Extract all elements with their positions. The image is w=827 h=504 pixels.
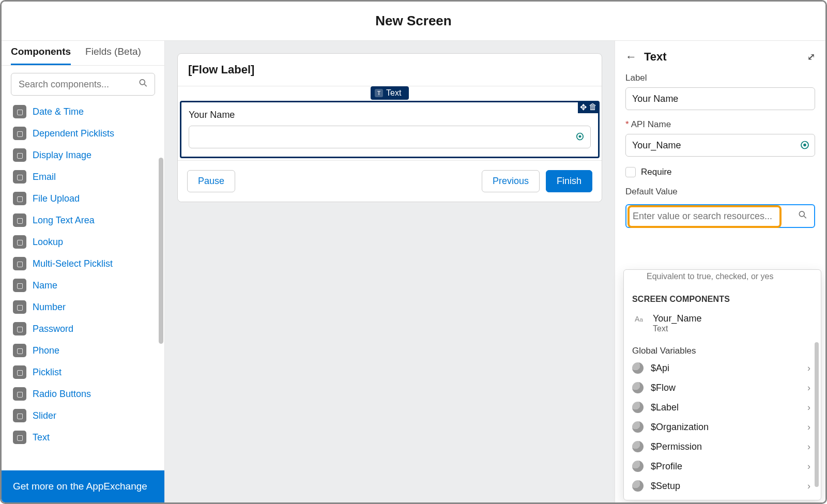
expand-icon[interactable]: ⤢ xyxy=(807,51,815,63)
label-input[interactable]: Your Name xyxy=(625,87,815,110)
selected-component[interactable]: ✥ 🗑 Your Name ⦿ xyxy=(180,101,600,158)
component-icon: ▢ xyxy=(13,344,26,357)
component-item-display-image[interactable]: ▢Display Image xyxy=(11,144,159,166)
component-icon: ▢ xyxy=(13,322,26,335)
dropdown-item-label: $Flow xyxy=(651,383,676,393)
api-name-label: *API Name xyxy=(625,119,815,130)
chevron-right-icon: › xyxy=(807,500,810,501)
dropdown-item-screencomp[interactable]: AaYour_NameText xyxy=(624,309,815,341)
dropdown-item-global[interactable]: $Organization› xyxy=(624,417,815,437)
chevron-right-icon: › xyxy=(807,441,810,452)
pause-button[interactable]: Pause xyxy=(187,170,235,192)
require-checkbox[interactable] xyxy=(625,167,636,177)
component-text-input[interactable]: ⦿ xyxy=(189,126,591,148)
previous-button[interactable]: Previous xyxy=(482,170,540,192)
dropdown-scrollbar[interactable] xyxy=(815,342,819,487)
component-item-name[interactable]: ▢Name xyxy=(11,274,159,296)
component-item-label: Multi-Select Picklist xyxy=(33,258,113,269)
component-icon: ▢ xyxy=(13,105,26,118)
component-icon: ▢ xyxy=(13,127,26,140)
finish-button[interactable]: Finish xyxy=(546,170,592,192)
left-scrollbar[interactable] xyxy=(159,158,163,344)
dropdown-item-global[interactable]: $Permission› xyxy=(624,437,815,456)
default-value-combobox[interactable]: Enter value or search resources... xyxy=(625,204,815,228)
dropdown-item-label: $Permission xyxy=(651,441,702,452)
dropdown-item-global[interactable]: $Setup› xyxy=(624,476,815,496)
globe-icon xyxy=(632,500,644,500)
component-item-radio-buttons[interactable]: ▢Radio Buttons xyxy=(11,383,159,405)
dropdown-item-global[interactable]: $Profile› xyxy=(624,456,815,476)
component-icon: ▢ xyxy=(13,365,26,379)
component-item-dependent-picklists[interactable]: ▢Dependent Picklists xyxy=(11,123,159,144)
component-item-multi-select-picklist[interactable]: ▢Multi-Select Picklist xyxy=(11,253,159,274)
screen-canvas: [Flow Label] T Text ✥ 🗑 Your Name ⦿ xyxy=(165,41,615,502)
component-icon: ▢ xyxy=(13,279,26,292)
dropdown-item-global[interactable]: $System› xyxy=(624,496,815,500)
component-icon: ▢ xyxy=(13,192,26,205)
tab-components[interactable]: Components xyxy=(11,46,71,65)
component-item-long-text-area[interactable]: ▢Long Text Area xyxy=(11,209,159,231)
component-item-slider[interactable]: ▢Slider xyxy=(11,405,159,426)
component-item-lookup[interactable]: ▢Lookup xyxy=(11,231,159,253)
component-item-password[interactable]: ▢Password xyxy=(11,318,159,340)
dropdown-hint-truncated: Equivalent to true, checked, or yes xyxy=(624,270,815,284)
appexchange-link[interactable]: Get more on the AppExchange xyxy=(2,470,164,502)
svg-line-3 xyxy=(804,216,806,218)
resource-picker-icon[interactable]: ⦿ xyxy=(800,140,809,151)
component-icon: ▢ xyxy=(13,170,26,184)
component-item-number[interactable]: ▢Number xyxy=(11,296,159,318)
resource-dropdown: Equivalent to true, checked, or yes SCRE… xyxy=(623,269,821,500)
component-icon: ▢ xyxy=(13,148,26,162)
component-field-label: Your Name xyxy=(189,110,591,120)
globe-icon xyxy=(632,461,644,472)
component-item-label: Email xyxy=(33,172,56,182)
globe-icon xyxy=(632,362,644,374)
chevron-right-icon: › xyxy=(807,461,810,472)
component-item-label: Phone xyxy=(33,345,59,356)
component-item-label: File Upload xyxy=(33,193,80,204)
svg-point-0 xyxy=(140,80,145,85)
dropdown-item-global[interactable]: $Flow› xyxy=(624,378,815,398)
globe-icon xyxy=(632,402,644,413)
chevron-right-icon: › xyxy=(807,481,810,492)
panel-title: Text xyxy=(644,50,667,64)
delete-icon[interactable]: 🗑 xyxy=(589,102,597,112)
component-item-label: Date & Time xyxy=(33,106,84,117)
globe-icon xyxy=(632,441,644,452)
svg-point-2 xyxy=(799,211,804,217)
component-item-picklist[interactable]: ▢Picklist xyxy=(11,361,159,383)
component-type-chip: T Text xyxy=(371,86,409,100)
dropdown-section-screen-components: SCREEN COMPONENTS xyxy=(624,284,815,309)
search-components-input[interactable]: Search components... xyxy=(11,73,155,96)
dropdown-item-label: $Api xyxy=(651,363,669,374)
component-item-label: Display Image xyxy=(33,150,91,161)
label-field-label: Label xyxy=(625,73,815,83)
label-input-value: Your Name xyxy=(632,94,678,104)
component-icon: ▢ xyxy=(13,387,26,401)
component-item-label: Name xyxy=(33,280,57,291)
api-name-input[interactable]: Your_Name ⦿ xyxy=(625,134,815,157)
move-icon[interactable]: ✥ xyxy=(580,102,587,112)
component-icon: ▢ xyxy=(13,257,26,270)
resource-picker-icon[interactable]: ⦿ xyxy=(576,132,584,142)
component-item-label: Text xyxy=(33,432,50,443)
flow-label-header: [Flow Label] xyxy=(178,54,602,86)
component-item-phone[interactable]: ▢Phone xyxy=(11,340,159,361)
dropdown-item-global[interactable]: $Label› xyxy=(624,398,815,417)
require-label: Require xyxy=(641,167,672,177)
chevron-right-icon: › xyxy=(807,363,810,374)
tab-fields[interactable]: Fields (Beta) xyxy=(85,46,141,65)
dropdown-item-global[interactable]: $Api› xyxy=(624,358,815,378)
text-type-icon: Aa xyxy=(632,313,646,325)
required-indicator: * xyxy=(625,119,629,129)
component-icon: ▢ xyxy=(13,431,26,444)
component-item-label: Password xyxy=(33,324,73,334)
component-item-file-upload[interactable]: ▢File Upload xyxy=(11,188,159,209)
component-item-text[interactable]: ▢Text xyxy=(11,426,159,448)
component-item-email[interactable]: ▢Email xyxy=(11,166,159,188)
back-icon[interactable]: ← xyxy=(625,50,637,64)
dropdown-item-label: $Organization xyxy=(651,422,709,433)
dropdown-item-label: $Setup xyxy=(651,481,680,492)
dropdown-item-label: $Profile xyxy=(651,461,682,472)
component-item-date-time[interactable]: ▢Date & Time xyxy=(11,101,159,123)
